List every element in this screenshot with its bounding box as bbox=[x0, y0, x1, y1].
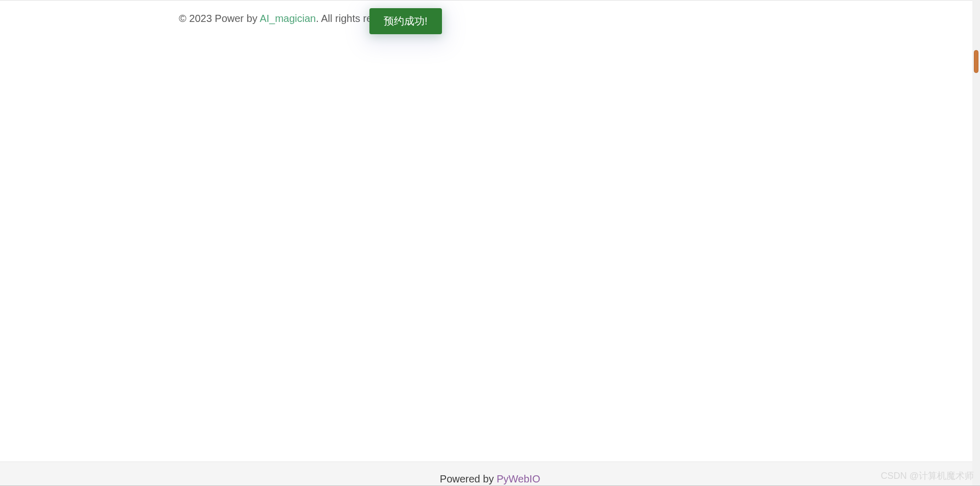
scrollbar-track[interactable] bbox=[972, 0, 980, 486]
toast-message: 预约成功! bbox=[384, 15, 428, 27]
success-toast: 预约成功! bbox=[369, 8, 442, 34]
watermark: CSDN @计算机魔术师 bbox=[881, 470, 974, 482]
author-link[interactable]: AI_magician bbox=[260, 13, 316, 24]
footer: Powered by PyWebIO bbox=[0, 461, 980, 486]
footer-prefix: Powered by bbox=[440, 473, 497, 484]
scrollbar-thumb[interactable] bbox=[974, 50, 978, 73]
copyright-prefix: © 2023 Power by bbox=[179, 13, 260, 24]
footer-text: Powered by PyWebIO bbox=[440, 473, 540, 485]
content-area: © 2023 Power by AI_magician. All rights … bbox=[0, 1, 980, 12]
pywebio-link[interactable]: PyWebIO bbox=[497, 473, 540, 484]
